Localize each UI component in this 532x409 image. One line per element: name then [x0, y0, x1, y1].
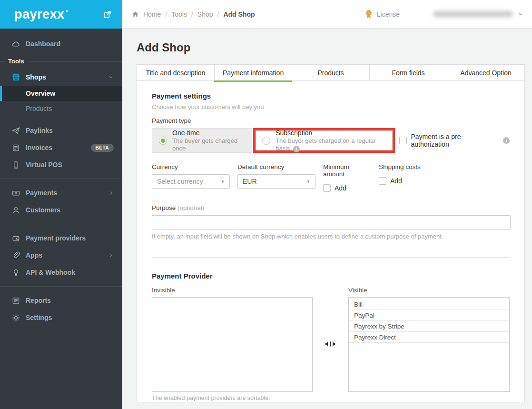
breadcrumb-home[interactable]: Home	[143, 10, 161, 18]
sidebar-item-paylinks[interactable]: Paylinks	[0, 122, 122, 139]
sidebar-item-label: Paylinks	[26, 127, 53, 134]
sidebar-item-virtual-pos[interactable]: Virtual POS	[0, 156, 122, 173]
sidebar-item-payments[interactable]: Payments	[0, 184, 122, 201]
sidebar-item-customers[interactable]: Customers	[0, 201, 122, 219]
beta-badge: BETA	[91, 144, 114, 152]
info-icon[interactable]: i	[293, 146, 300, 152]
tab-payment-information[interactable]: Payment information	[214, 64, 292, 80]
subscription-label: Subscription	[276, 129, 385, 137]
sidebar-item-label: Invoices	[26, 144, 52, 151]
tab-title-and-description[interactable]: Title and description	[137, 64, 215, 80]
provider-item-payrexx-by-stripe[interactable]: Payrexx by Stripe	[349, 321, 509, 332]
person-icon	[11, 206, 20, 215]
minimum-amount-label: Minimum amount	[323, 163, 371, 178]
cloud-icon	[11, 40, 20, 49]
one-time-description: The buyer gets charged once	[172, 137, 245, 152]
info-icon[interactable]: i	[503, 137, 510, 144]
wallet-icon	[11, 234, 20, 243]
shipping-costs-checkbox[interactable]	[379, 177, 386, 185]
logo-trademark-dot	[66, 10, 68, 12]
chevron-right-icon	[108, 253, 114, 258]
purpose-label: Purpose (optional)	[152, 204, 510, 211]
chevron-down-icon	[108, 74, 114, 80]
currency-select[interactable]: Select currency ▼	[152, 174, 230, 189]
shipping-costs-add-label: Add	[390, 177, 402, 185]
brand-header: payrexx	[0, 0, 122, 29]
payment-provider-heading: Payment Provider	[152, 272, 510, 280]
payment-settings-subheading: Choose how your customers will pay you	[152, 103, 510, 110]
preauth-checkbox[interactable]	[399, 137, 407, 144]
sidebar-item-dashboard[interactable]: Dashboard	[0, 35, 122, 52]
minimum-amount-add-label: Add	[335, 184, 346, 192]
sidebar-item-label: API & Webhook	[26, 269, 75, 276]
sidebar-section-tools: Tools	[0, 55, 122, 67]
license-award-icon	[365, 9, 373, 20]
currency-label: Currency	[152, 163, 230, 170]
sidebar-item-label: Shops	[26, 73, 46, 81]
banknote-icon	[11, 189, 20, 198]
subscription-radio[interactable]	[262, 137, 270, 145]
sidebar-item-overview[interactable]: Overview	[0, 86, 122, 101]
provider-item-payrexx-direct[interactable]: Payrexx Direct	[349, 332, 509, 343]
provider-item-paypal[interactable]: PayPal	[349, 310, 509, 321]
subscription-description: The buyer gets charged on a regular basi…	[276, 137, 385, 152]
visible-provider-list[interactable]: Bill PayPal Payrexx by Stripe Payrexx Di…	[348, 297, 510, 392]
minimum-amount-checkbox[interactable]	[323, 184, 331, 192]
payment-provider-lists: Invisible The enabled payment providers …	[152, 287, 510, 401]
sidebar-item-label: Customers	[26, 206, 60, 214]
select-caret-icon: ▼	[221, 180, 225, 184]
sidebar-divider	[0, 224, 122, 224]
sidebar-item-api-webhook[interactable]: API & Webhook	[0, 264, 122, 281]
preauth-option: Payment is a pre-authorization i	[399, 133, 510, 148]
tab-advanced-option[interactable]: Advanced Option	[447, 64, 525, 80]
top-header: Home / Tools / Shop / Add Shop License	[122, 0, 532, 29]
invisible-provider-list[interactable]	[152, 297, 313, 392]
payment-type-options: One-time The buyer gets charged once Sub…	[152, 128, 510, 153]
sidebar-item-reports[interactable]: Reports	[0, 292, 122, 309]
report-icon	[11, 296, 20, 305]
paperclip-icon	[11, 251, 20, 260]
providers-sortable-note: The enabled payment providers are sortab…	[152, 395, 313, 401]
breadcrumb-shop[interactable]: Shop	[197, 10, 213, 18]
external-link-icon[interactable]	[103, 10, 112, 19]
section-divider	[152, 257, 510, 258]
payment-type-one-time-option[interactable]: One-time The buyer gets charged once	[152, 128, 252, 153]
one-time-radio[interactable]	[159, 137, 167, 145]
provider-item-bill[interactable]: Bill	[349, 299, 509, 310]
purpose-optional-hint: (optional)	[177, 204, 204, 211]
sidebar-item-apps[interactable]: Apps	[0, 247, 122, 264]
chevron-right-icon	[108, 190, 114, 196]
sidebar-item-settings[interactable]: Settings	[0, 309, 122, 326]
breadcrumb-separator: /	[217, 10, 219, 18]
sidebar-item-label: Products	[26, 105, 52, 112]
sidebar-item-invoices[interactable]: Invoices BETA	[0, 139, 122, 156]
store-icon	[11, 73, 20, 82]
currency-select-value: Select currency	[157, 178, 203, 185]
sidebar-item-products[interactable]: Products	[0, 101, 122, 116]
breadcrumb-tools[interactable]: Tools	[171, 10, 187, 18]
purpose-input[interactable]	[152, 215, 511, 229]
paper-plane-icon	[11, 126, 20, 135]
breadcrumb-separator: /	[191, 10, 193, 18]
select-caret-icon: ▼	[306, 180, 310, 184]
one-time-label: One-time	[172, 129, 245, 137]
invisible-list-label: Invisible	[152, 287, 313, 294]
home-icon	[132, 10, 139, 18]
default-currency-select-value: EUR	[243, 178, 257, 185]
preauth-label: Payment is a pre-authorization	[411, 133, 501, 148]
sidebar-item-shops[interactable]: Shops	[0, 69, 122, 86]
payment-type-label: Payment type	[152, 117, 510, 124]
transfer-arrows-icon[interactable]	[325, 340, 336, 348]
payment-type-subscription-option[interactable]: Subscription The buyer gets charged on a…	[253, 128, 394, 153]
sidebar-item-payment-providers[interactable]: Payment providers	[0, 229, 122, 247]
account-email-blurred	[433, 11, 513, 17]
brand-logo[interactable]: payrexx	[14, 7, 65, 22]
sidebar-item-label: Settings	[26, 314, 52, 321]
default-currency-select[interactable]: EUR ▼	[237, 174, 315, 189]
sidebar-item-label: Overview	[26, 90, 55, 97]
breadcrumb: Home / Tools / Shop / Add Shop	[132, 10, 255, 18]
license-label[interactable]: License	[377, 10, 400, 18]
tab-products[interactable]: Products	[292, 64, 370, 80]
account-menu[interactable]	[433, 11, 523, 17]
tab-form-fields[interactable]: Form fields	[369, 64, 447, 80]
